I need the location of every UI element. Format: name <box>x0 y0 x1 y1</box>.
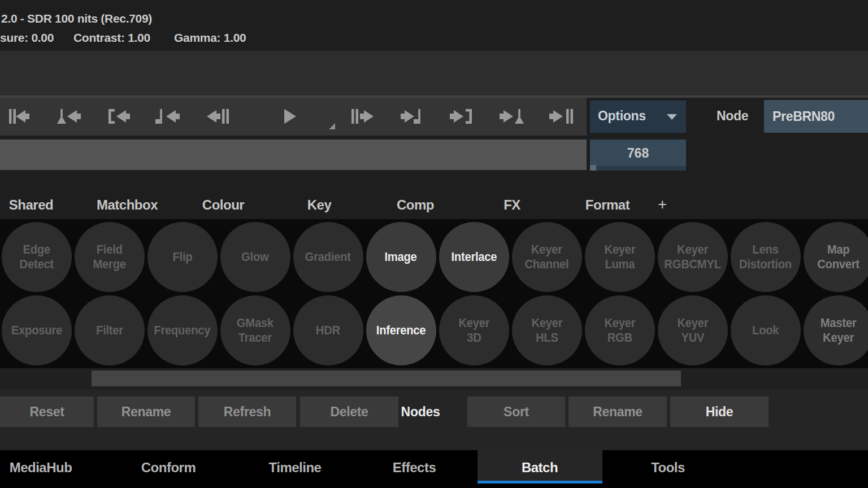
frame-counter-field[interactable]: 768 <box>590 140 686 171</box>
node-hdr[interactable]: HDR <box>293 295 363 365</box>
palette-tab-add[interactable]: + <box>658 196 666 213</box>
palette-tab-fx[interactable]: FX <box>504 197 520 213</box>
node-filter[interactable]: Filter <box>75 295 145 365</box>
node-glow[interactable]: Glow <box>220 222 290 292</box>
exposure-readout: sure: 0.00 <box>0 31 54 45</box>
node-keyer-yuv[interactable]: KeyerYUV <box>658 295 728 365</box>
previous-marker-icon[interactable] <box>57 108 82 125</box>
play-options-corner-icon <box>329 123 335 129</box>
options-button[interactable]: Options <box>590 101 686 133</box>
step-back-icon[interactable] <box>205 108 230 125</box>
previous-segment-icon[interactable] <box>106 108 131 125</box>
tab-effects[interactable]: Effects <box>393 460 436 476</box>
bottom-tab-bar: MediaHubConformTimelineEffectsBatchTools <box>0 450 868 488</box>
hide-button[interactable]: Hide <box>670 396 769 427</box>
node-interlace[interactable]: Interlace <box>439 222 509 292</box>
frame-counter-value: 768 <box>627 146 649 160</box>
play-icon[interactable] <box>276 108 301 125</box>
node-keyer-3d[interactable]: Keyer3D <box>439 295 509 365</box>
active-tab-underline <box>478 481 602 483</box>
contrast-readout: Contrast: 1.00 <box>73 31 150 45</box>
tab-tools[interactable]: Tools <box>651 460 685 476</box>
step-forward-icon[interactable] <box>350 108 375 125</box>
palette-scrollbar <box>0 368 868 390</box>
viewer-bottom-strip <box>0 51 868 95</box>
next-keyframe-icon[interactable] <box>400 108 425 125</box>
refresh-button[interactable]: Refresh <box>198 396 296 427</box>
node-field-merge[interactable]: FieldMerge <box>75 222 145 292</box>
timeline-scrub-bar[interactable] <box>0 140 587 170</box>
reset-button[interactable]: Reset <box>0 396 94 427</box>
jump-to-start-icon[interactable] <box>7 108 32 125</box>
node-label: Node <box>717 108 748 124</box>
node-gradient[interactable]: Gradient <box>293 222 363 292</box>
tab-mediahub[interactable]: MediaHub <box>10 460 72 476</box>
node-keyer-rgbcmyl[interactable]: KeyerRGBCMYL <box>658 222 728 292</box>
delete-button[interactable]: Delete <box>300 396 398 427</box>
frame-counter-corner <box>590 165 596 171</box>
palette-tab-matchbox[interactable]: Matchbox <box>97 197 158 213</box>
node-frequency[interactable]: Frequency <box>147 295 218 365</box>
viewer-title: 2.0 - SDR 100 nits (Rec.709) <box>1 12 152 25</box>
options-button-label: Options <box>598 108 646 124</box>
node-image[interactable]: Image <box>366 222 436 292</box>
sort-button[interactable]: Sort <box>467 396 565 427</box>
node-flip[interactable]: Flip <box>147 222 218 292</box>
node-keyer-luma[interactable]: KeyerLuma <box>585 222 655 292</box>
node-keyer-channel[interactable]: KeyerChannel <box>512 222 582 292</box>
rename-button[interactable]: Rename <box>97 396 195 427</box>
node-gmask-tracer[interactable]: GMaskTracer <box>220 295 290 365</box>
palette-tab-colour[interactable]: Colour <box>202 197 244 213</box>
next-marker-icon[interactable] <box>499 108 524 125</box>
chevron-down-icon <box>667 114 677 120</box>
node-look[interactable]: Look <box>731 295 801 365</box>
palette-tab-key[interactable]: Key <box>307 197 332 213</box>
node-edge-detect[interactable]: EdgeDetect <box>2 222 72 292</box>
node-lens-distortion[interactable]: LensDistortion <box>731 222 801 292</box>
node-keyer-hls[interactable]: KeyerHLS <box>512 295 582 365</box>
actions-band: ResetRenameRefreshDeleteSortRenameHideNo… <box>0 390 868 450</box>
next-segment-icon[interactable] <box>449 108 474 125</box>
palette-tab-shared[interactable]: Shared <box>9 197 53 213</box>
flame-batch-screen: 2.0 - SDR 100 nits (Rec.709) sure: 0.00 … <box>0 0 868 488</box>
tab-timeline[interactable]: Timeline <box>269 460 322 476</box>
tab-batch[interactable]: Batch <box>522 460 558 476</box>
tab-conform[interactable]: Conform <box>141 460 196 476</box>
node-keyer-rgb[interactable]: KeyerRGB <box>585 295 655 365</box>
previous-keyframe-icon[interactable] <box>155 108 180 125</box>
palette-tab-format[interactable]: Format <box>585 197 630 213</box>
nodes-section-label: Nodes <box>401 396 440 427</box>
palette-tab-comp[interactable]: Comp <box>397 197 434 213</box>
node-palette: EdgeDetectFieldMergeFlipGlowGradientImag… <box>0 219 868 368</box>
node-inference[interactable]: Inference <box>366 295 436 365</box>
gamma-readout: Gamma: 1.00 <box>174 31 246 45</box>
palette-scrollbar-thumb[interactable] <box>92 371 681 386</box>
jump-to-end-icon[interactable] <box>549 108 574 125</box>
node-exposure[interactable]: Exposure <box>2 295 72 365</box>
node-master-keyer[interactable]: MasterKeyer <box>804 295 868 365</box>
node-map-convert[interactable]: MapConvert <box>804 222 868 292</box>
node-name-field[interactable]: PreBRN80 <box>764 100 868 133</box>
frame-counter-strip <box>590 166 686 171</box>
rename-button[interactable]: Rename <box>568 396 667 427</box>
